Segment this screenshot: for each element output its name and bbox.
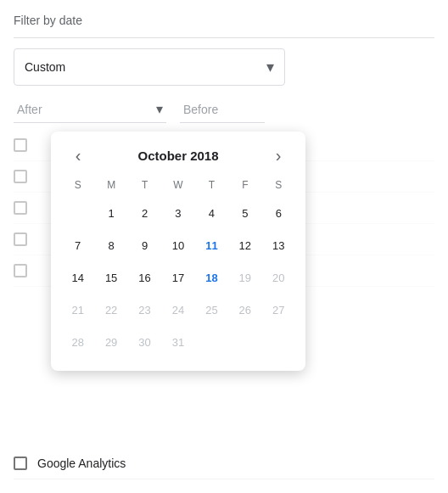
date-range-row: After ▾ Before: [14, 96, 434, 123]
day-10[interactable]: 10: [163, 230, 193, 261]
page-container: Filter by date Custom ▾ After ▾ Before: [0, 0, 448, 493]
dropdown-arrow-icon: ▾: [266, 58, 274, 76]
day-1[interactable]: 1: [96, 198, 126, 228]
prev-arrow-icon: ‹: [76, 146, 81, 165]
calendar-popup: ‹ October 2018 › S M T W T F S 1 2: [51, 132, 305, 371]
day-23: 23: [130, 294, 160, 325]
weekday-tue: T: [128, 176, 161, 194]
dropdown-row: Custom ▾: [14, 48, 434, 86]
day-14[interactable]: 14: [63, 262, 93, 293]
before-date-field[interactable]: Before: [180, 97, 265, 123]
day-11[interactable]: 11: [196, 230, 227, 261]
after-label: After: [17, 103, 42, 116]
checkbox-3: [14, 201, 27, 215]
day-31: 31: [163, 327, 193, 357]
day-13[interactable]: 13: [263, 230, 294, 261]
google-analytics-label: Google Analytics: [37, 457, 126, 470]
weekday-mon: M: [94, 176, 127, 194]
day-18[interactable]: 18: [196, 262, 227, 293]
day-8[interactable]: 8: [96, 230, 126, 261]
after-date-field[interactable]: After ▾: [14, 96, 166, 123]
checkbox-1: [14, 138, 27, 152]
bottom-section: Google Analytics: [14, 448, 434, 479]
next-month-button[interactable]: ›: [265, 142, 292, 169]
calendar-days: 1 2 3 4 5 6 7 8 9 10 11 12 13 14 15 16 1…: [61, 198, 295, 357]
day-25: 25: [196, 294, 227, 325]
before-label: Before: [183, 103, 218, 116]
dropdown-label: Custom: [25, 60, 65, 74]
weekday-wed: W: [161, 176, 194, 194]
day-15[interactable]: 15: [96, 262, 126, 293]
day-26: 26: [230, 294, 260, 325]
google-analytics-checkbox[interactable]: [14, 457, 27, 470]
calendar-weekdays: S M T W T F S: [61, 176, 295, 194]
prev-month-button[interactable]: ‹: [64, 142, 92, 169]
checkbox-2: [14, 170, 27, 183]
day-12[interactable]: 12: [230, 230, 260, 261]
day-16[interactable]: 16: [130, 262, 160, 293]
day-22: 22: [96, 294, 126, 325]
day-empty-3: [230, 327, 260, 357]
day-24: 24: [163, 294, 193, 325]
weekday-fri: F: [228, 176, 261, 194]
filter-section: Filter by date Custom ▾ After ▾ Before: [0, 0, 448, 123]
after-arrow-icon: ▾: [156, 101, 163, 117]
day-17[interactable]: 17: [163, 262, 193, 293]
day-30: 30: [130, 327, 160, 357]
day-28: 28: [63, 327, 93, 357]
calendar-grid: S M T W T F S 1 2 3 4 5 6 7 8 9: [51, 176, 305, 357]
next-arrow-icon: ›: [276, 146, 282, 165]
day-3[interactable]: 3: [163, 198, 193, 228]
day-empty-2: [196, 327, 227, 357]
calendar-header: ‹ October 2018 ›: [51, 142, 305, 169]
filter-title: Filter by date: [14, 14, 434, 38]
day-7[interactable]: 7: [63, 230, 93, 261]
day-empty-4: [263, 327, 294, 357]
weekday-thu: T: [195, 176, 228, 194]
day-20: 20: [263, 262, 294, 293]
day-5[interactable]: 5: [230, 198, 260, 228]
weekday-sun: S: [61, 176, 94, 194]
checkbox-4: [14, 232, 27, 246]
day-empty-1: [63, 198, 93, 228]
day-29: 29: [96, 327, 126, 357]
day-21: 21: [63, 294, 93, 325]
checkbox-5: [14, 264, 27, 277]
custom-dropdown[interactable]: Custom ▾: [14, 48, 285, 86]
day-27: 27: [263, 294, 294, 325]
day-9[interactable]: 9: [130, 230, 160, 261]
day-2[interactable]: 2: [130, 198, 160, 228]
google-analytics-item[interactable]: Google Analytics: [14, 448, 434, 479]
weekday-sat: S: [262, 176, 295, 194]
month-year-label: October 2018: [137, 148, 218, 163]
day-4[interactable]: 4: [196, 198, 227, 228]
day-6[interactable]: 6: [263, 198, 294, 228]
day-19: 19: [230, 262, 260, 293]
